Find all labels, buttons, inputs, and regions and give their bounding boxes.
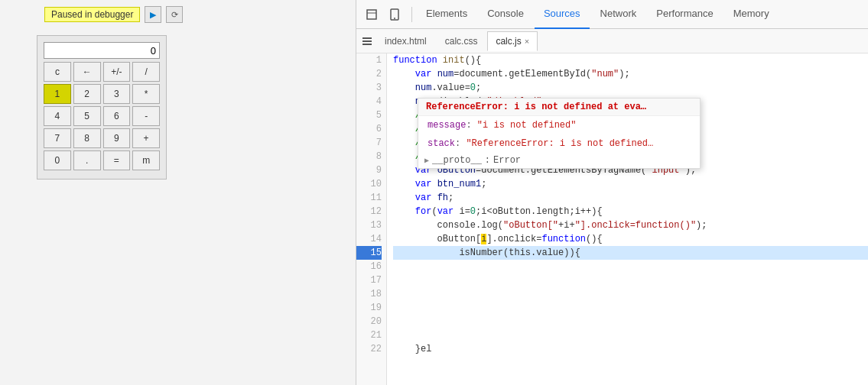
error-proto-prop[interactable]: ▶ __proto__: Error bbox=[418, 153, 700, 168]
calc-row-3: 4 5 6 - bbox=[44, 106, 160, 126]
calc-btn-m[interactable]: m bbox=[132, 150, 160, 170]
calc-btn-7[interactable]: 7 bbox=[44, 128, 71, 148]
code-area: 1 2 3 4 5 6 7 8 9 10 11 12 13 14 15 16 1… bbox=[356, 53, 868, 385]
device-icon[interactable] bbox=[385, 5, 404, 24]
line-num: 6 bbox=[356, 122, 382, 136]
calc-row-5: 0 . = m bbox=[44, 150, 160, 170]
calc-btn-5[interactable]: 5 bbox=[73, 106, 101, 126]
devtools-panel: Elements Console Sources Network Perform… bbox=[356, 0, 868, 385]
code-line: function init(){ bbox=[393, 53, 868, 67]
debugger-label: Paused in debugger bbox=[44, 7, 140, 22]
error-message-prop: message: "i is not defined" bbox=[418, 116, 700, 134]
error-message-key: message bbox=[427, 120, 466, 131]
tab-network[interactable]: Network bbox=[591, 0, 646, 29]
line-num-current: 15 bbox=[356, 246, 382, 260]
code-line bbox=[393, 287, 868, 301]
calc-btn-1[interactable]: 1 bbox=[44, 84, 71, 104]
error-proto-val: Error bbox=[493, 155, 521, 166]
code-line: num.value=0; bbox=[393, 81, 868, 95]
sources-sidebar-icon[interactable] bbox=[359, 34, 375, 49]
code-line: var fh; bbox=[393, 191, 868, 205]
tab-performance[interactable]: Performance bbox=[647, 0, 722, 29]
calc-btn-8[interactable]: 8 bbox=[73, 128, 101, 148]
code-line bbox=[393, 273, 868, 287]
calc-btn-multiply[interactable]: * bbox=[132, 84, 160, 104]
calc-btn-divide[interactable]: / bbox=[132, 62, 160, 82]
line-num: 16 bbox=[356, 260, 382, 273]
calc-row-2: 1 2 3 * bbox=[44, 84, 160, 104]
sources-file-tabs: index.html calc.css calc.js × bbox=[356, 29, 868, 53]
error-message-val: "i is not defined" bbox=[477, 120, 577, 131]
calc-btn-equals[interactable]: = bbox=[103, 150, 131, 170]
error-tooltip: ReferenceError: i is not defined at eva…… bbox=[418, 98, 701, 169]
calc-btn-back[interactable]: ← bbox=[73, 62, 101, 82]
code-line: }el bbox=[393, 342, 868, 356]
svg-rect-6 bbox=[362, 44, 372, 45]
tab-elements[interactable]: Elements bbox=[417, 0, 476, 29]
debug-play-button[interactable]: ▶ bbox=[145, 6, 161, 23]
code-line: oButton[i].onclick=function(){ bbox=[393, 232, 868, 246]
code-line: console.log("oButton["+i+"].onclick=func… bbox=[393, 218, 868, 232]
code-line: var num=document.getElementById("num"); bbox=[393, 67, 868, 81]
debug-step-button[interactable]: ⟳ bbox=[166, 6, 183, 23]
code-line bbox=[393, 328, 868, 342]
inspector-icon[interactable] bbox=[362, 5, 381, 24]
error-proto-key: __proto__ bbox=[432, 155, 482, 166]
code-line-current: isNumber(this.value)){ bbox=[393, 246, 868, 260]
tab-console[interactable]: Console bbox=[478, 0, 533, 29]
line-num: 5 bbox=[356, 108, 382, 122]
file-tab-calc-js[interactable]: calc.js × bbox=[487, 31, 538, 51]
code-line: var btn_num1; bbox=[393, 177, 868, 191]
devtools-tab-bar: Elements Console Sources Network Perform… bbox=[356, 0, 868, 29]
error-stack-prop: stack: "ReferenceError: i is not defined… bbox=[418, 134, 700, 153]
line-numbers: 1 2 3 4 5 6 7 8 9 10 11 12 13 14 15 16 1… bbox=[356, 53, 387, 385]
calc-row-1: c ← +/- / bbox=[44, 62, 160, 82]
line-num: 3 bbox=[356, 81, 382, 95]
calc-btn-3[interactable]: 3 bbox=[103, 84, 131, 104]
line-num: 18 bbox=[356, 287, 382, 301]
calc-btn-9[interactable]: 9 bbox=[103, 128, 131, 148]
tab-sources[interactable]: Sources bbox=[535, 0, 590, 29]
line-num: 12 bbox=[356, 205, 382, 218]
line-num: 11 bbox=[356, 191, 382, 205]
svg-rect-0 bbox=[367, 10, 376, 19]
tab-memory[interactable]: Memory bbox=[724, 0, 779, 29]
svg-rect-5 bbox=[362, 40, 372, 42]
line-num: 13 bbox=[356, 218, 382, 232]
calc-btn-plus[interactable]: + bbox=[132, 128, 160, 148]
line-num: 2 bbox=[356, 67, 382, 81]
error-stack-val: "ReferenceError: i is not defined… bbox=[466, 138, 653, 149]
file-tab-label: calc.js bbox=[496, 36, 521, 47]
code-line bbox=[393, 301, 868, 315]
calc-btn-2[interactable]: 2 bbox=[73, 84, 101, 104]
file-tab-index-html[interactable]: index.html bbox=[376, 31, 435, 51]
line-num: 9 bbox=[356, 163, 382, 177]
calc-btn-0[interactable]: 0 bbox=[44, 150, 71, 170]
tab-divider bbox=[411, 7, 412, 22]
calc-display[interactable] bbox=[44, 42, 160, 59]
calculator: c ← +/- / 1 2 3 * 4 5 6 - 7 8 9 + 0 . = … bbox=[37, 35, 167, 180]
calc-btn-c[interactable]: c bbox=[44, 62, 71, 82]
file-tab-calc-css[interactable]: calc.css bbox=[437, 31, 486, 51]
code-line: for(var i=0;i<oButton.length;i++){ bbox=[393, 205, 868, 218]
expand-icon: ▶ bbox=[424, 156, 429, 165]
calc-row-4: 7 8 9 + bbox=[44, 128, 160, 148]
calc-btn-dot[interactable]: . bbox=[73, 150, 101, 170]
calc-btn-minus[interactable]: - bbox=[132, 106, 160, 126]
error-stack-key: stack bbox=[427, 138, 455, 149]
line-num: 4 bbox=[356, 95, 382, 108]
line-num: 19 bbox=[356, 301, 382, 315]
line-num: 8 bbox=[356, 150, 382, 163]
close-icon[interactable]: × bbox=[525, 37, 529, 46]
line-num: 14 bbox=[356, 232, 382, 246]
calc-btn-plusminus[interactable]: +/- bbox=[103, 62, 131, 82]
line-num: 17 bbox=[356, 273, 382, 287]
line-num: 20 bbox=[356, 315, 382, 328]
calc-btn-6[interactable]: 6 bbox=[103, 106, 131, 126]
sources-panel: index.html calc.css calc.js × 1 2 3 4 5 … bbox=[356, 29, 868, 385]
line-num: 1 bbox=[356, 53, 382, 67]
code-line bbox=[393, 260, 868, 273]
calc-btn-4[interactable]: 4 bbox=[44, 106, 71, 126]
line-num: 21 bbox=[356, 328, 382, 342]
line-num: 22 bbox=[356, 342, 382, 356]
